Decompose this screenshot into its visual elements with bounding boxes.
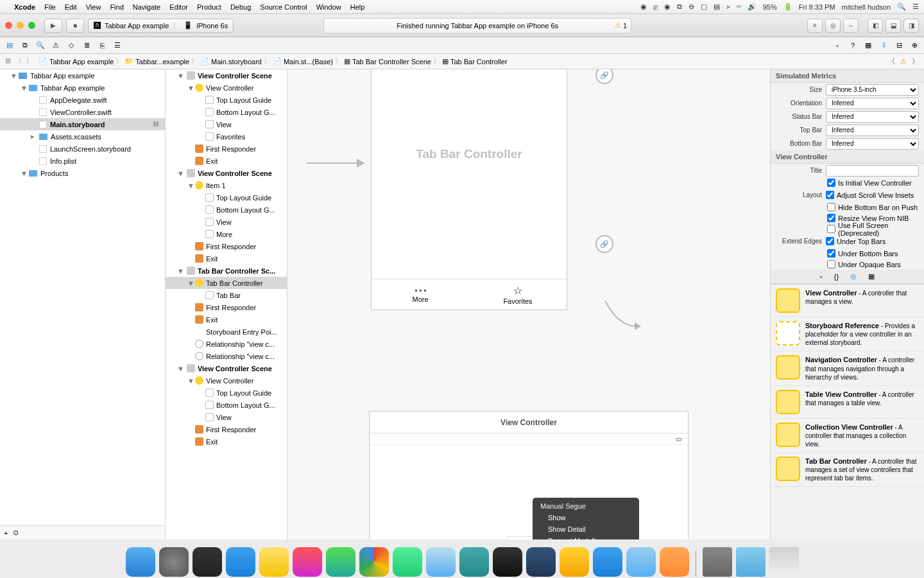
outline-item[interactable]: Exit xyxy=(166,155,287,167)
connections-inspector-icon[interactable]: ⊕ xyxy=(910,41,919,50)
menu-source-control[interactable]: Source Control xyxy=(260,3,307,11)
library-item[interactable]: Navigation Controller - A controller tha… xyxy=(771,351,924,385)
outline-item[interactable]: Exit xyxy=(166,252,287,265)
media-library-icon[interactable]: ▦ xyxy=(868,272,875,281)
context-menu-item[interactable]: Show xyxy=(533,512,639,523)
atom-app[interactable] xyxy=(393,547,422,577)
wifi-icon[interactable]: ⌔ xyxy=(737,3,741,11)
menu-edit[interactable]: Edit xyxy=(65,3,77,11)
outline-item[interactable]: Exit xyxy=(166,435,287,448)
attributes-inspector-icon[interactable]: ⇩ xyxy=(879,41,888,50)
back-button[interactable]: 〈 xyxy=(15,57,22,66)
stickies-app[interactable] xyxy=(259,547,289,577)
quick-help-icon[interactable]: ? xyxy=(848,41,857,50)
forward-button[interactable]: 〉 xyxy=(26,57,33,66)
brackets-app[interactable] xyxy=(459,547,489,577)
outline-scene[interactable]: ▼View Controller Scene xyxy=(166,362,287,374)
bc-5[interactable]: ▦ Tab Bar Controller xyxy=(442,57,508,66)
status-icon[interactable]: ▤ xyxy=(714,3,720,11)
library-item[interactable]: Storyboard Reference - Provides a placeh… xyxy=(771,317,924,351)
spotlight-icon[interactable]: 🔍 xyxy=(897,3,906,11)
code-snippet-icon[interactable]: {} xyxy=(834,273,839,281)
quicktime-app[interactable] xyxy=(326,547,355,577)
orient-select[interactable]: Inferred xyxy=(826,98,919,109)
mission-control-app[interactable] xyxy=(193,547,222,577)
storyboard-canvas[interactable]: Tab Bar Controller ∘∘∘More ☆Favorites 🔗 … xyxy=(287,69,770,539)
outline-scene[interactable]: ▼View Controller Scene xyxy=(166,69,287,82)
nav-item[interactable]: Main.storyboardM xyxy=(0,118,165,130)
toggle-debug[interactable]: ⬓ xyxy=(886,19,901,33)
outline-item[interactable]: ▼Item 1 xyxy=(166,179,287,191)
sketch-app[interactable] xyxy=(560,547,589,577)
toggle-navigator[interactable]: ◧ xyxy=(868,19,883,33)
nav-item[interactable]: ▼Products xyxy=(0,167,165,179)
menu-product[interactable]: Product xyxy=(197,3,221,11)
outline-item[interactable]: View xyxy=(166,411,287,423)
outline-item[interactable]: Exit xyxy=(166,313,287,326)
context-menu-item[interactable]: Show Detail xyxy=(533,523,639,535)
bc-3[interactable]: 📄 Main.st...(Base) xyxy=(273,57,333,66)
screenflow-app[interactable] xyxy=(526,547,556,577)
status-icon[interactable]: ▢ xyxy=(701,3,707,11)
report-navigator-icon[interactable]: ☰ xyxy=(113,41,122,50)
menu-debug[interactable]: Debug xyxy=(230,3,251,11)
volume-icon[interactable]: 🔊 xyxy=(748,3,757,11)
tab-bar-controller-scene[interactable]: Tab Bar Controller ∘∘∘More ☆Favorites xyxy=(371,69,567,310)
outline-item[interactable]: First Responder xyxy=(166,301,287,313)
under-top-checkbox[interactable] xyxy=(826,237,834,245)
library-item[interactable]: Collection View Controller - A controlle… xyxy=(771,419,924,453)
outline-scene[interactable]: ▼Tab Bar Controller Sc... xyxy=(166,265,287,277)
nav-item[interactable]: ▼Tabbar App example xyxy=(0,82,165,94)
finder-app[interactable] xyxy=(126,547,155,577)
outline-item[interactable]: Bottom Layout G... xyxy=(166,399,287,411)
context-menu-item[interactable]: Present Modally xyxy=(533,535,639,539)
nav-item[interactable]: ▸Assets.xcassets xyxy=(0,130,165,143)
outline-item[interactable]: ▼Tab Bar Controller xyxy=(166,277,287,289)
tab-favorites[interactable]: ☆Favorites xyxy=(469,279,567,310)
outline-item[interactable]: First Responder xyxy=(166,423,287,435)
applications-folder[interactable] xyxy=(736,547,766,577)
library-item[interactable]: Tab Bar Controller - A controller that m… xyxy=(771,453,924,487)
outline-item[interactable]: Relationship "view c... xyxy=(166,350,287,362)
status-icon[interactable]: ⊖ xyxy=(689,3,694,11)
version-editor-button[interactable]: ↔ xyxy=(843,19,859,33)
status-icon[interactable]: ⎚ xyxy=(653,3,658,11)
next-issue[interactable]: 〉 xyxy=(912,57,919,66)
battery-icon[interactable]: 🔋 xyxy=(783,3,792,11)
outline-item[interactable]: ▼View Controller xyxy=(166,374,287,387)
bluetooth-icon[interactable]: ᚛ xyxy=(726,3,730,11)
segue-circle-icon[interactable]: 🔗 xyxy=(595,69,613,84)
close-button[interactable] xyxy=(5,22,12,29)
title-input[interactable] xyxy=(826,165,919,177)
warning-icon[interactable]: ⚠ xyxy=(615,21,621,30)
fullscreen-checkbox[interactable] xyxy=(827,225,835,233)
add-button[interactable]: + xyxy=(4,529,8,537)
toggle-utilities[interactable]: ◨ xyxy=(903,19,919,33)
object-library-icon[interactable]: ◎ xyxy=(850,272,857,281)
assistant-editor-button[interactable]: ◎ xyxy=(825,19,841,33)
size-select[interactable]: iPhone 3.5-inch xyxy=(826,84,919,96)
identity-inspector-icon[interactable]: ▦ xyxy=(864,41,873,50)
outline-item[interactable]: View xyxy=(166,118,287,130)
outline-item[interactable]: Top Layout Guide xyxy=(166,191,287,204)
test-navigator-icon[interactable]: ◇ xyxy=(67,41,76,50)
menubar-user[interactable]: mitchell hudson xyxy=(842,3,891,11)
initial-vc-checkbox[interactable] xyxy=(827,179,835,187)
terminal-app[interactable] xyxy=(493,547,522,577)
preview-app[interactable] xyxy=(626,547,656,577)
menubar-app[interactable]: Xcode xyxy=(14,3,35,11)
find-navigator-icon[interactable]: 🔍 xyxy=(36,41,45,50)
nav-item[interactable]: Info.plist xyxy=(0,155,165,167)
bc-1[interactable]: 📁 Tabbar...example xyxy=(124,57,189,66)
outline-scene[interactable]: ▼View Controller Scene xyxy=(166,167,287,179)
menu-help[interactable]: Help xyxy=(350,3,365,11)
under-opaque-checkbox[interactable] xyxy=(827,260,835,268)
nav-item[interactable]: AppDelegate.swift xyxy=(0,94,165,106)
debug-navigator-icon[interactable]: ≣ xyxy=(82,41,91,50)
status-icon[interactable]: ◉ xyxy=(640,3,647,11)
menu-icon[interactable]: ☰ xyxy=(912,3,919,11)
battery-pct[interactable]: 95% xyxy=(763,3,777,11)
downloads-folder[interactable] xyxy=(703,547,732,577)
top-select[interactable]: Inferred xyxy=(826,125,919,136)
related-items-icon[interactable]: ⊞ xyxy=(5,57,11,66)
